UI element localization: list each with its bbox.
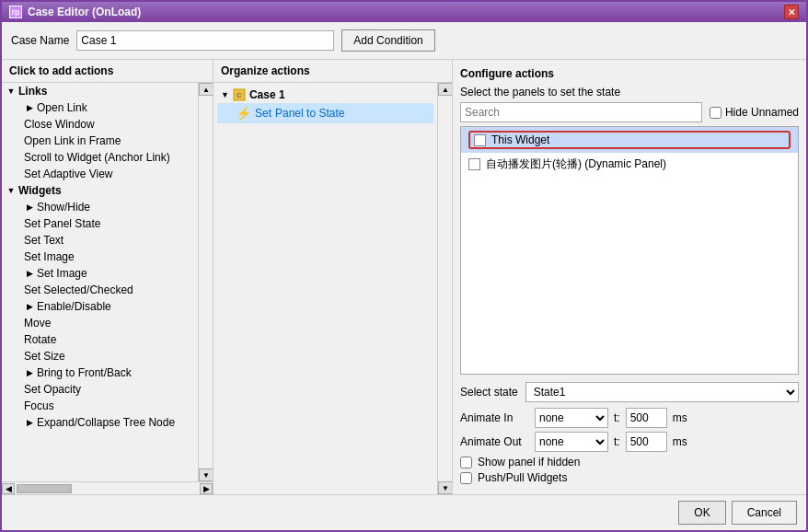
svg-text:C: C: [237, 91, 242, 99]
sidebar-item-move[interactable]: Move: [2, 315, 198, 331]
widget-list: This Widget 自动播发图片(轮播) (Dynamic Panel): [460, 126, 799, 375]
close-button[interactable]: ✕: [784, 5, 799, 19]
add-condition-button[interactable]: Add Condition: [341, 29, 434, 52]
sidebar-item-set-text[interactable]: Set Text: [2, 232, 198, 249]
case-name-label: Case Name: [11, 34, 69, 47]
this-widget-highlight: This Widget: [468, 131, 791, 149]
scroll-left-btn[interactable]: ◀: [2, 483, 15, 494]
left-scrollbar[interactable]: ▲ ▼: [198, 83, 213, 481]
configure-section: Select the panels to set the state Hide …: [460, 86, 799, 487]
case-action[interactable]: ⚡ Set Panel to State: [217, 103, 433, 123]
links-label: Links: [18, 85, 47, 98]
app-icon: rp: [9, 6, 22, 18]
middle-scroll-area: ▼ C Case 1 ⚡ Set Panel to State ▲: [214, 83, 452, 494]
sidebar-item-set-size[interactable]: Set Size: [2, 348, 198, 364]
sidebar-item-set-image[interactable]: Set Image: [2, 249, 198, 265]
case-name-input[interactable]: [76, 30, 334, 51]
this-widget-checkbox[interactable]: [474, 134, 486, 146]
left-scroll-area: ▼ Links ▶ Open Link Close Window Open Li…: [2, 83, 213, 481]
show-panel-label: Show panel if hidden: [478, 456, 580, 468]
sidebar-item-bring-front-back[interactable]: ▶ Bring to Front/Back: [2, 364, 198, 381]
cancel-button[interactable]: Cancel: [732, 501, 797, 525]
sidebar-item-rotate[interactable]: Rotate: [2, 331, 198, 348]
title-bar-left: rp Case Editor (OnLoad): [9, 6, 141, 18]
expand-arrow-case: ▼: [221, 90, 229, 99]
right-panel-header: Configure actions: [460, 67, 799, 80]
middle-scroll-up[interactable]: ▲: [438, 83, 452, 96]
animate-in-label: Animate In: [460, 411, 529, 424]
sidebar-item-set-panel-state[interactable]: Set Panel State: [2, 215, 198, 232]
right-panel: Configure actions Select the panels to s…: [453, 60, 806, 494]
ok-button[interactable]: OK: [678, 501, 725, 525]
set-opacity-label: Set Opacity: [24, 383, 81, 396]
middle-scroll-down[interactable]: ▼: [438, 481, 452, 494]
left-bottom-scrollbar[interactable]: ◀ ▶: [2, 481, 213, 494]
push-pull-row: Push/Pull Widgets: [460, 471, 799, 484]
scroll-up-arrow[interactable]: ▲: [199, 83, 213, 96]
move-label: Move: [24, 317, 51, 330]
h-scroll-thumb[interactable]: [17, 484, 72, 493]
dynamic-panel-checkbox[interactable]: [468, 158, 480, 170]
search-row: Hide Unnamed: [460, 102, 799, 122]
rotate-label: Rotate: [24, 333, 56, 346]
sidebar-item-widgets[interactable]: ▼ Widgets: [2, 182, 198, 199]
middle-scroll-track: [438, 96, 452, 481]
set-size-label: Set Size: [24, 350, 65, 363]
push-pull-checkbox[interactable]: [460, 472, 472, 484]
scroll-widget-label: Scroll to Widget (Anchor Link): [24, 151, 170, 164]
sidebar-item-close-window[interactable]: Close Window: [2, 116, 198, 133]
sidebar-item-open-link[interactable]: ▶ Open Link: [2, 99, 198, 116]
widget-item-dynamic-panel[interactable]: 自动播发图片(轮播) (Dynamic Panel): [461, 153, 798, 176]
case-icon: C: [233, 88, 246, 101]
sidebar-item-set-selected-list[interactable]: Set Selected/Checked: [2, 282, 198, 298]
middle-scrollbar[interactable]: ▲ ▼: [437, 83, 452, 494]
animate-out-select[interactable]: none: [535, 432, 608, 452]
sidebar-item-enable-disable[interactable]: ▶ Enable/Disable: [2, 298, 198, 315]
show-panel-checkbox[interactable]: [460, 457, 472, 468]
case-tree: ▼ C Case 1 ⚡ Set Panel to State: [214, 83, 437, 494]
set-panel-state-label: Set Panel State: [24, 217, 100, 230]
case-editor-window: rp Case Editor (OnLoad) ✕ Case Name Add …: [0, 0, 808, 532]
sidebar-item-set-selected-checked[interactable]: ▶ Set Image: [2, 265, 198, 282]
hide-unnamed-row: Hide Unnamed: [710, 106, 799, 119]
sidebar-item-expand-collapse[interactable]: ▶ Expand/Collapse Tree Node: [2, 414, 198, 431]
widget-item-this[interactable]: This Widget: [461, 127, 798, 153]
t-in-label: t:: [614, 411, 620, 424]
h-scroll-track: [15, 482, 200, 495]
animate-out-label: Animate Out: [460, 435, 529, 448]
tree-content: ▼ Links ▶ Open Link Close Window Open Li…: [2, 83, 198, 481]
set-text-label: Set Text: [24, 234, 63, 247]
expand-arrow-widgets: ▼: [6, 185, 17, 196]
hide-unnamed-checkbox[interactable]: [710, 107, 721, 119]
sidebar-item-links[interactable]: ▼ Links: [2, 83, 198, 99]
case-item: ▼ C Case 1: [217, 87, 433, 103]
this-widget-label: This Widget: [491, 133, 549, 146]
animate-in-select[interactable]: none: [535, 408, 608, 428]
expand-collapse-label: Expand/Collapse Tree Node: [37, 416, 175, 429]
left-panel-header: Click to add actions: [2, 60, 213, 83]
sidebar-item-set-opacity[interactable]: Set Opacity: [2, 381, 198, 398]
sidebar-item-open-link-frame[interactable]: Open Link in Frame: [2, 133, 198, 149]
hide-unnamed-label: Hide Unnamed: [725, 106, 799, 119]
lightning-icon: ⚡: [236, 106, 251, 121]
ms-in-input[interactable]: [626, 408, 667, 428]
sidebar-item-set-adaptive[interactable]: Set Adaptive View: [2, 166, 198, 182]
ms-out-input[interactable]: [626, 432, 667, 452]
state-row: Select state State1: [460, 382, 799, 402]
select-state-label: Select state: [460, 386, 518, 399]
close-window-label: Close Window: [24, 118, 95, 131]
scroll-down-arrow[interactable]: ▼: [199, 468, 213, 481]
open-link-label: Open Link: [37, 101, 87, 114]
sidebar-item-show-hide[interactable]: ▶ Show/Hide: [2, 199, 198, 215]
expand-arrow-expand: ▶: [24, 417, 35, 428]
search-input[interactable]: [460, 102, 702, 122]
ms-in-label: ms: [673, 411, 687, 424]
sidebar-item-scroll-widget[interactable]: Scroll to Widget (Anchor Link): [2, 149, 198, 166]
sidebar-item-focus[interactable]: Focus: [2, 398, 198, 414]
scroll-right-btn[interactable]: ▶: [200, 483, 213, 494]
animate-in-row: Animate In none t: ms: [460, 408, 799, 428]
left-panel: Click to add actions ▼ Links ▶ Open Link…: [2, 60, 214, 494]
state-select[interactable]: State1: [525, 382, 799, 402]
expand-arrow-show-hide: ▶: [24, 202, 35, 213]
set-selected-list-label: Set Selected/Checked: [24, 283, 133, 296]
